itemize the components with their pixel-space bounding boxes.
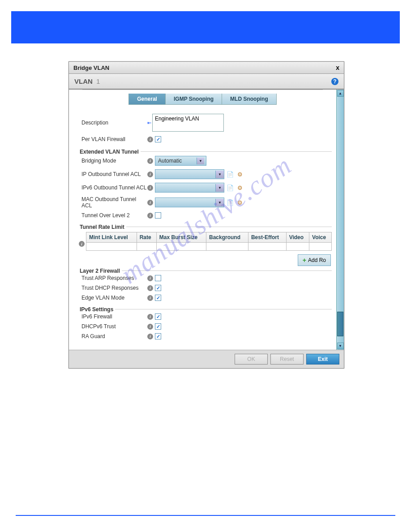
- tab-igmp-snooping[interactable]: IGMP Snooping: [166, 94, 222, 105]
- row-mac-outbound-acl: MAC Outbound Tunnel ACL i 📄 ⚙: [78, 196, 332, 209]
- ip-outbound-acl-dropdown[interactable]: [155, 169, 224, 179]
- dialog-title: Bridge VLAN: [73, 64, 109, 71]
- add-acl-icon[interactable]: 📄: [226, 170, 234, 178]
- row-bridging-mode: Bridging Mode i Automatic: [78, 156, 332, 166]
- trust-arp-checkbox[interactable]: [155, 275, 161, 281]
- ipv6-outbound-acl-label: IPv6 Outbound Tunnel ACL: [78, 184, 147, 191]
- description-label: Description: [78, 120, 147, 126]
- l2-firewall-legend: Layer 2 Firewall: [78, 266, 120, 275]
- table-row[interactable]: [86, 243, 332, 251]
- tab-mld-snooping[interactable]: MLD Snooping: [222, 94, 277, 105]
- mac-outbound-acl-label: MAC Outbound Tunnel ACL: [78, 196, 147, 209]
- scroll-down-icon[interactable]: ▼: [337, 343, 344, 349]
- rate-limit-legend: Tunnel Rate Limit: [78, 222, 124, 231]
- vlan-text: VLAN: [74, 77, 93, 85]
- row-trust-arp: Trust ARP Responses i: [78, 275, 332, 281]
- col-mint[interactable]: Mint Link Level: [86, 232, 137, 243]
- trust-dhcp-label: Trust DHCP Responses: [78, 285, 147, 291]
- info-icon[interactable]: i: [147, 200, 153, 206]
- settings-icon[interactable]: ⚙: [236, 198, 244, 206]
- mac-outbound-acl-dropdown[interactable]: [155, 197, 224, 207]
- dialog-footer: OK Reset Exit: [69, 350, 344, 368]
- row-ipv6-outbound-acl: IPv6 Outbound Tunnel ACL i 📄 ⚙: [78, 183, 332, 193]
- add-acl-icon[interactable]: 📄: [226, 198, 234, 206]
- info-icon[interactable]: i: [147, 185, 153, 191]
- dhcpv6-trust-label: DHCPv6 Trust: [78, 323, 147, 330]
- edge-vlan-label: Edge VLAN Mode: [78, 295, 147, 301]
- ipv6-firewall-checkbox[interactable]: [155, 313, 161, 320]
- rate-limit-fieldset: Tunnel Rate Limit: [78, 222, 332, 231]
- row-edge-vlan: Edge VLAN Mode i: [78, 295, 332, 301]
- settings-icon[interactable]: ⚙: [236, 184, 244, 192]
- col-best-effort[interactable]: Best-Effort: [248, 232, 286, 243]
- info-icon[interactable]: i: [147, 334, 153, 339]
- row-trust-dhcp: Trust DHCP Responses i: [78, 285, 332, 291]
- info-icon[interactable]: i: [79, 241, 85, 247]
- info-icon[interactable]: i: [147, 137, 153, 142]
- exit-button[interactable]: Exit: [306, 354, 339, 365]
- rate-limit-table: Mint Link Level Rate Max Burst Size Back…: [86, 232, 332, 251]
- add-row-button[interactable]: + Add Ro: [298, 254, 331, 266]
- bridging-mode-label: Bridging Mode: [78, 158, 147, 164]
- add-acl-icon[interactable]: 📄: [226, 184, 234, 192]
- footer-divider: [16, 515, 395, 516]
- per-vlan-firewall-checkbox[interactable]: [155, 136, 161, 142]
- plus-icon: +: [303, 257, 306, 264]
- reset-button[interactable]: Reset: [270, 354, 304, 365]
- row-ipv6-firewall: IPv6 Firewall i: [78, 313, 332, 320]
- top-banner: [11, 11, 400, 43]
- scroll-up-icon[interactable]: ▲: [337, 90, 344, 97]
- info-icon[interactable]: i: [147, 275, 153, 281]
- bridging-mode-value: Automatic: [158, 158, 182, 164]
- info-icon[interactable]: i: [147, 295, 153, 301]
- vlan-label: VLAN 1: [74, 77, 100, 85]
- extended-tunnel-legend: Extended VLAN Tunnel: [78, 147, 139, 156]
- per-vlan-firewall-label: Per VLAN Firewall: [78, 136, 147, 142]
- table-header-row: Mint Link Level Rate Max Burst Size Back…: [86, 232, 332, 243]
- info-icon[interactable]: i: [147, 172, 153, 177]
- info-icon[interactable]: i: [147, 314, 153, 320]
- col-background[interactable]: Background: [206, 232, 248, 243]
- ipv6-firewall-label: IPv6 Firewall: [78, 313, 147, 320]
- col-video[interactable]: Video: [286, 232, 309, 243]
- settings-icon[interactable]: ⚙: [236, 170, 244, 178]
- dialog-subheader: VLAN 1 ?: [69, 74, 344, 90]
- ipv6-outbound-acl-dropdown[interactable]: [155, 183, 224, 193]
- edge-vlan-checkbox[interactable]: [155, 295, 161, 301]
- tunnel-over-l2-checkbox[interactable]: [155, 212, 161, 219]
- col-burst[interactable]: Max Burst Size: [156, 232, 206, 243]
- info-icon[interactable]: i: [147, 213, 153, 219]
- bridging-mode-dropdown[interactable]: Automatic: [155, 156, 206, 166]
- close-icon[interactable]: x: [336, 64, 339, 71]
- tab-strip: General IGMP Snooping MLD Snooping: [82, 90, 323, 105]
- divider: [141, 151, 332, 152]
- extended-tunnel-fieldset: Extended VLAN Tunnel: [78, 147, 332, 156]
- col-voice[interactable]: Voice: [309, 232, 332, 243]
- dialog-header: Bridge VLAN x: [69, 62, 344, 74]
- ok-button[interactable]: OK: [235, 354, 268, 365]
- help-icon[interactable]: ?: [331, 78, 338, 85]
- col-rate[interactable]: Rate: [137, 232, 156, 243]
- divider: [115, 309, 332, 309]
- form-area: Description ⇤ Per VLAN Firewall i Extend…: [69, 105, 336, 345]
- row-dhcpv6-trust: DHCPv6 Trust i: [78, 323, 332, 330]
- tab-general[interactable]: General: [128, 94, 166, 105]
- info-icon[interactable]: i: [147, 158, 153, 164]
- ra-guard-checkbox[interactable]: [155, 333, 161, 339]
- info-icon[interactable]: i: [147, 324, 153, 330]
- l2-firewall-fieldset: Layer 2 Firewall: [78, 266, 332, 275]
- scroll-thumb[interactable]: [337, 312, 343, 336]
- row-description: Description ⇤: [78, 114, 332, 132]
- anchor-icon: ⇤: [147, 120, 151, 126]
- row-ra-guard: RA Guard i: [78, 333, 332, 339]
- row-per-vlan-firewall: Per VLAN Firewall i: [78, 136, 332, 142]
- trust-arp-label: Trust ARP Responses: [78, 275, 147, 281]
- divider: [122, 270, 332, 271]
- scrollbar[interactable]: ▲ ▼: [336, 90, 344, 350]
- dhcpv6-trust-checkbox[interactable]: [155, 323, 161, 330]
- info-icon[interactable]: i: [147, 285, 153, 291]
- trust-dhcp-checkbox[interactable]: [155, 285, 161, 291]
- description-input[interactable]: [152, 114, 224, 132]
- dialog-body: General IGMP Snooping MLD Snooping Descr…: [69, 90, 344, 350]
- row-ip-outbound-acl: IP Outbound Tunnel ACL i 📄 ⚙: [78, 169, 332, 179]
